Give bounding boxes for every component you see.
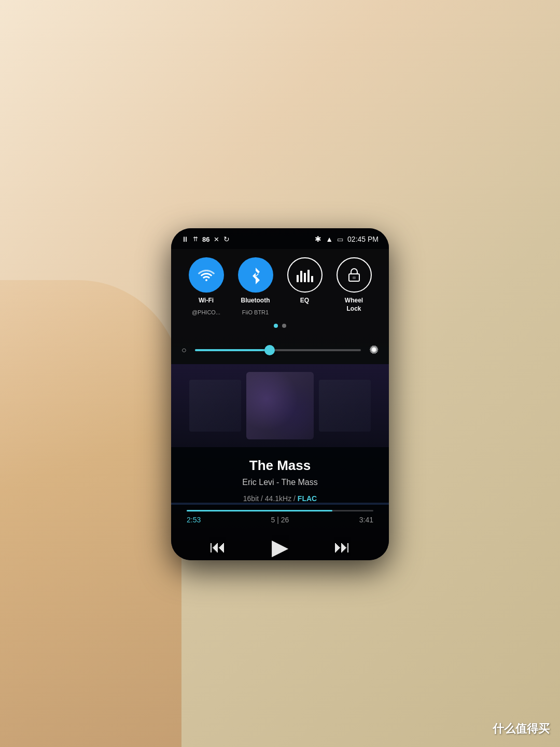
album-art-container bbox=[171, 364, 389, 447]
progress-labels: 2:53 5 | 26 3:41 bbox=[187, 511, 373, 524]
eq-bar-2 bbox=[300, 271, 302, 282]
svg-rect-1 bbox=[353, 276, 356, 279]
watermark-text: 什么值得买 bbox=[493, 722, 550, 735]
eq-bar-5 bbox=[311, 276, 313, 282]
battery-icon: ▭ bbox=[337, 236, 343, 243]
next-button[interactable]: ⏭ bbox=[334, 537, 351, 557]
track-total: 26 bbox=[281, 516, 289, 524]
wifi-icon bbox=[197, 266, 216, 284]
album-art-detail bbox=[246, 372, 314, 439]
wifi-sublabel: @PHICO... bbox=[192, 309, 220, 315]
eq-bar-4 bbox=[307, 270, 310, 282]
previous-button[interactable]: ⏮ bbox=[209, 537, 226, 557]
progress-current-time: 2:53 bbox=[187, 516, 201, 524]
page-dot-1 bbox=[274, 324, 278, 328]
album-art-main bbox=[246, 372, 314, 439]
repeat-icon: ↻ bbox=[223, 235, 230, 243]
signal-arrows-icon: ⇈ bbox=[193, 236, 198, 243]
now-playing-section: The Mass Eric Levi - The Mass 16bit / 44… bbox=[171, 447, 389, 503]
status-bar: ⏸ ⇈ 86 ✕ ↻ ✱ ▲ ▭ 02:45 PM bbox=[171, 228, 389, 249]
bluetooth-status-icon: ✱ bbox=[315, 234, 321, 244]
eq-bar-1 bbox=[297, 275, 299, 282]
brightness-max-icon: ✺ bbox=[369, 343, 379, 357]
eq-toggle-button[interactable]: EQ bbox=[287, 257, 323, 305]
album-art-section bbox=[171, 364, 389, 447]
page-dot-2 bbox=[282, 324, 286, 328]
status-right: ✱ ▲ ▭ 02:45 PM bbox=[315, 234, 379, 244]
album-art-side-right bbox=[319, 380, 371, 432]
progress-track-info: 5 | 26 bbox=[271, 516, 289, 524]
wheel-lock-label: WheelLock bbox=[345, 297, 363, 313]
eq-circle bbox=[287, 257, 323, 293]
brightness-min-icon: ○ bbox=[181, 345, 187, 355]
quality-text: 16bit / 44.1kHz / bbox=[243, 494, 296, 503]
status-left: ⏸ ⇈ 86 ✕ ↻ bbox=[181, 235, 230, 243]
quick-buttons-row: Wi-Fi @PHICO... Bluetooth FiiO BTR1 bbox=[181, 257, 379, 322]
wifi-toggle-button[interactable]: Wi-Fi @PHICO... bbox=[189, 257, 224, 315]
lock-icon bbox=[345, 266, 363, 284]
wifi-status-icon: ▲ bbox=[326, 235, 333, 243]
brightness-row: ○ ✺ bbox=[171, 339, 389, 364]
progress-section: 2:53 5 | 26 3:41 bbox=[171, 505, 389, 524]
track-artist: Eric Levi - The Mass bbox=[187, 478, 373, 487]
brightness-slider[interactable] bbox=[195, 349, 361, 351]
track-position: 5 bbox=[271, 516, 275, 524]
bluetooth-icon bbox=[246, 266, 265, 284]
hand-overlay bbox=[0, 280, 181, 747]
status-time: 02:45 PM bbox=[347, 235, 379, 243]
watermark: 什么值得买 bbox=[493, 721, 550, 737]
page-indicator bbox=[181, 322, 379, 334]
bluetooth-circle bbox=[238, 257, 273, 293]
quick-settings-panel: Wi-Fi @PHICO... Bluetooth FiiO BTR1 bbox=[171, 249, 389, 339]
eq-label: EQ bbox=[300, 297, 309, 305]
wheel-lock-circle bbox=[337, 257, 372, 293]
wheel-lock-button[interactable]: WheelLock bbox=[337, 257, 372, 313]
bluetooth-label: Bluetooth bbox=[241, 297, 270, 305]
album-art-side-left bbox=[189, 380, 241, 432]
volume-level: 86 bbox=[202, 236, 209, 243]
bluetooth-sublabel: FiiO BTR1 bbox=[242, 309, 269, 315]
brightness-thumb[interactable] bbox=[264, 345, 275, 355]
bluetooth-toggle-button[interactable]: Bluetooth FiiO BTR1 bbox=[238, 257, 273, 315]
wifi-label: Wi-Fi bbox=[199, 297, 214, 305]
progress-fill bbox=[187, 510, 332, 511]
pause-icon: ⏸ bbox=[181, 235, 189, 243]
format-badge: FLAC bbox=[298, 494, 317, 503]
track-quality: 16bit / 44.1kHz / FLAC bbox=[187, 494, 373, 503]
play-pause-button[interactable]: ▶ bbox=[272, 534, 288, 560]
track-title: The Mass bbox=[187, 458, 373, 474]
progress-total-time: 3:41 bbox=[359, 516, 373, 524]
playback-controls: ⏮ ▶ ⏭ bbox=[171, 524, 389, 560]
device-wrapper: ⏸ ⇈ 86 ✕ ↻ ✱ ▲ ▭ 02:45 PM bbox=[171, 228, 389, 560]
audio-player-device: ⏸ ⇈ 86 ✕ ↻ ✱ ▲ ▭ 02:45 PM bbox=[171, 228, 389, 560]
eq-icon bbox=[297, 268, 313, 282]
shuffle-icon: ✕ bbox=[214, 236, 219, 243]
progress-track[interactable] bbox=[187, 510, 373, 511]
device-screen: ⏸ ⇈ 86 ✕ ↻ ✱ ▲ ▭ 02:45 PM bbox=[171, 228, 389, 560]
eq-bar-3 bbox=[304, 273, 306, 282]
wifi-circle bbox=[189, 257, 224, 293]
brightness-fill bbox=[195, 349, 270, 351]
